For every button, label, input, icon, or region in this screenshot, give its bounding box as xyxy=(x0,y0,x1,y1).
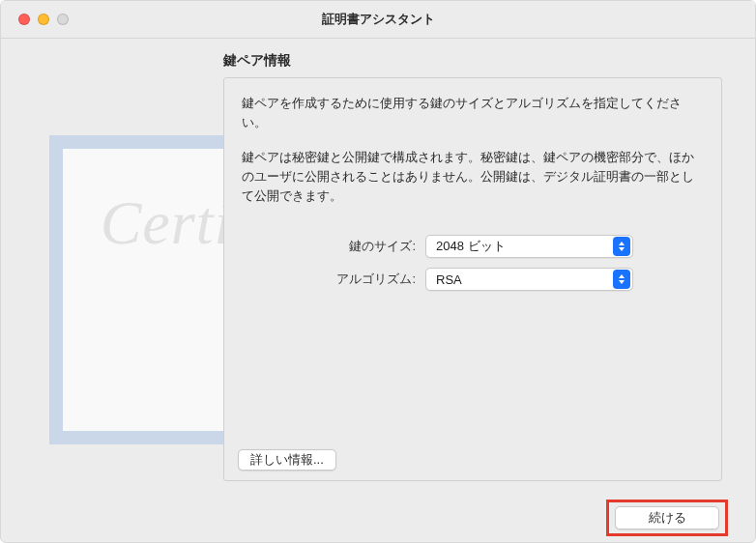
updown-icon xyxy=(613,237,630,256)
algorithm-row: アルゴリズム: RSA xyxy=(242,268,704,291)
updown-icon xyxy=(613,270,630,289)
more-info-button[interactable]: 詳しい情報... xyxy=(238,449,336,471)
minimize-icon[interactable] xyxy=(38,14,49,25)
main-panel: 鍵ペアを作成するために使用する鍵のサイズとアルゴリズムを指定してください。 鍵ペ… xyxy=(223,77,722,481)
window-controls xyxy=(18,14,69,25)
description-text: 鍵ペアは秘密鍵と公開鍵で構成されます。秘密鍵は、鍵ペアの機密部分で、ほかのユーザ… xyxy=(242,148,704,206)
continue-button[interactable]: 続ける xyxy=(615,506,719,529)
more-info-label: 詳しい情報... xyxy=(250,451,324,469)
assistant-window: 証明書アシスタント Certificate 鍵ペア情報 鍵ペアを作成するために使… xyxy=(0,0,756,543)
page-heading: 鍵ペア情報 xyxy=(223,52,726,70)
form-area: 鍵のサイズ: 2048 ビット アルゴリズム: RSA xyxy=(242,235,704,291)
close-icon[interactable] xyxy=(18,14,30,25)
window-title: 証明書アシスタント xyxy=(322,11,435,28)
key-size-value: 2048 ビット xyxy=(436,238,506,255)
key-size-row: 鍵のサイズ: 2048 ビット xyxy=(242,235,704,258)
content-area: Certificate 鍵ペア情報 鍵ペアを作成するために使用する鍵のサイズとア… xyxy=(1,39,755,495)
key-size-label: 鍵のサイズ: xyxy=(242,238,425,255)
algorithm-select[interactable]: RSA xyxy=(425,268,633,291)
titlebar: 証明書アシスタント xyxy=(1,1,755,39)
algorithm-label: アルゴリズム: xyxy=(242,271,425,288)
maximize-icon xyxy=(57,14,69,25)
continue-highlight: 続ける xyxy=(606,500,728,536)
footer: 続ける xyxy=(1,495,755,542)
algorithm-value: RSA xyxy=(436,272,462,287)
key-size-select[interactable]: 2048 ビット xyxy=(425,235,633,258)
continue-label: 続ける xyxy=(649,509,686,527)
intro-text: 鍵ペアを作成するために使用する鍵のサイズとアルゴリズムを指定してください。 xyxy=(242,94,704,132)
